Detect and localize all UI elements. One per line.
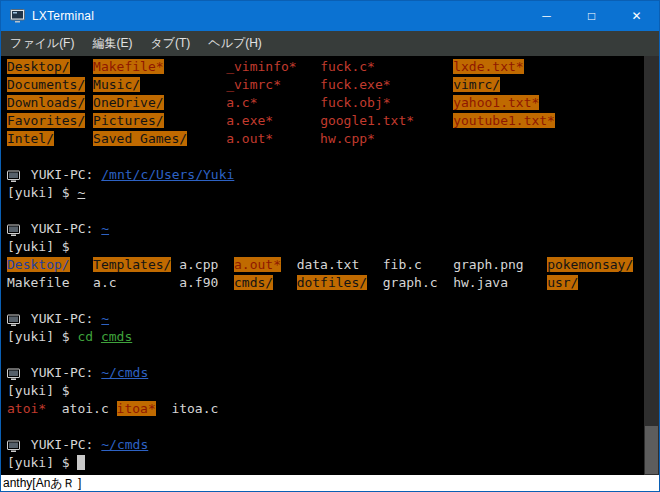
terminal-text: a.f90: [179, 275, 218, 290]
terminal-text: a.out*: [226, 131, 273, 146]
terminal-text: [281, 77, 320, 92]
terminal-text: a.c*: [226, 95, 257, 110]
terminal-text: [391, 77, 454, 92]
terminal-text: YUKI-PC:: [23, 221, 101, 236]
computer-icon: [7, 437, 23, 455]
close-button[interactable]: ✕: [614, 1, 659, 31]
window-controls: ─ □ ✕: [524, 1, 659, 31]
terminal-text: [70, 257, 93, 272]
terminal-text: OneDrive/: [93, 95, 163, 110]
terminal-line: Desktop/ Makefile* _viminfo* fuck.c* lxd…: [7, 58, 644, 76]
menu-item-file[interactable]: ファイル(F): [1, 31, 83, 56]
terminal-line: YUKI-PC: ~: [7, 310, 644, 328]
terminal-cursor: [77, 455, 85, 470]
menu-item-edit[interactable]: 編集(E): [83, 31, 141, 56]
terminal-text: [367, 275, 383, 290]
terminal-text: cmds: [101, 329, 132, 344]
ime-status-bar[interactable]: anthy[AnあＲ ]: [1, 475, 659, 491]
maximize-button[interactable]: □: [569, 1, 614, 31]
terminal-text: [359, 257, 382, 272]
computer-icon: [7, 365, 23, 383]
terminal-line: [7, 148, 644, 166]
terminal-viewport[interactable]: Desktop/ Makefile* _viminfo* fuck.c* lxd…: [1, 56, 644, 475]
terminal-text: Templates/: [93, 257, 171, 272]
terminal-text: [273, 113, 320, 128]
terminal-text: Desktop/: [7, 59, 70, 74]
terminal-text: [85, 113, 93, 128]
terminal-text: atoi.c: [62, 401, 109, 416]
terminal-text: fuck.exe*: [320, 77, 390, 92]
terminal-text: [375, 59, 453, 74]
menu-bar: ファイル(F) 編集(E) タブ(T) ヘルプ(H): [1, 31, 659, 56]
terminal-text: [yuki] $: [7, 455, 77, 470]
terminal-text: [187, 131, 226, 146]
minimize-button[interactable]: ─: [524, 1, 569, 31]
terminal-text: Favorites/: [7, 113, 85, 128]
title-bar: LXTerminal ─ □ ✕: [1, 1, 659, 31]
terminal-text: Downloads/: [7, 95, 85, 110]
terminal-text: [54, 131, 93, 146]
terminal-text: [70, 59, 93, 74]
terminal-line: [7, 202, 644, 220]
terminal-text: Desktop/: [7, 257, 70, 272]
terminal-text: vimrc/: [453, 77, 500, 92]
terminal-text: yahoo1.txt*: [453, 95, 539, 110]
menu-item-tabs[interactable]: タブ(T): [141, 31, 199, 56]
terminal-text: [273, 275, 296, 290]
terminal-text: ~/cmds: [101, 437, 148, 452]
terminal-text: youtube1.txt*: [453, 113, 555, 128]
terminal-area: Desktop/ Makefile* _viminfo* fuck.c* lxd…: [1, 56, 659, 475]
terminal-line: [yuki] $ ~: [7, 184, 644, 202]
terminal-text: dotfiles/: [297, 275, 367, 290]
scrollbar[interactable]: [644, 56, 659, 475]
terminal-line: Desktop/ Templates/ a.cpp a.out* data.tx…: [7, 256, 644, 274]
terminal-text: [258, 95, 321, 110]
terminal-text: a.out*: [234, 257, 281, 272]
terminal-text: [85, 95, 93, 110]
terminal-line: YUKI-PC: ~/cmds: [7, 364, 644, 382]
terminal-line: [yuki] $: [7, 238, 644, 256]
terminal-text: [297, 59, 320, 74]
terminal-text: [109, 401, 117, 416]
terminal-text: graph.c: [383, 275, 438, 290]
ime-status-text: anthy[AnあＲ ]: [3, 476, 81, 490]
terminal-text: [156, 401, 172, 416]
terminal-text: [yuki] $: [7, 383, 70, 398]
terminal-text: [85, 77, 93, 92]
terminal-text: [524, 257, 547, 272]
computer-icon: [7, 311, 23, 329]
terminal-line: Makefile a.c a.f90 cmds/ dotfiles/ graph…: [7, 274, 644, 292]
terminal-text: hw.java: [453, 275, 508, 290]
terminal-text: [391, 95, 454, 110]
terminal-text: itoa*: [117, 401, 156, 416]
terminal-text: ~: [101, 311, 109, 326]
terminal-text: hw.cpp*: [320, 131, 375, 146]
terminal-text: [438, 275, 454, 290]
terminal-text: [414, 113, 453, 128]
terminal-line: Intel/ Saved Games/ a.out* hw.cpp*: [7, 130, 644, 148]
terminal-line: YUKI-PC: ~/cmds: [7, 436, 644, 454]
terminal-line: YUKI-PC: /mnt/c/Users/Yuki: [7, 166, 644, 184]
terminal-text: fuck.c*: [320, 59, 375, 74]
terminal-text: _vimrc*: [226, 77, 281, 92]
terminal-line: [7, 418, 644, 436]
terminal-text: atoi*: [7, 401, 46, 416]
terminal-text: [164, 95, 227, 110]
scrollbar-thumb[interactable]: [645, 426, 658, 474]
menu-item-help[interactable]: ヘルプ(H): [199, 31, 271, 56]
terminal-text: [140, 77, 226, 92]
terminal-text: [281, 257, 297, 272]
app-icon: [10, 9, 25, 23]
window-title: LXTerminal: [32, 9, 94, 23]
terminal-text: Pictures/: [93, 113, 163, 128]
terminal-text: [273, 131, 320, 146]
terminal-line: atoi* atoi.c itoa* itoa.c: [7, 400, 644, 418]
terminal-text: cd: [77, 329, 100, 344]
computer-icon: [7, 221, 23, 239]
terminal-line: Favorites/ Pictures/ a.exe* google1.txt*…: [7, 112, 644, 130]
terminal-text: [yuki] $: [7, 329, 77, 344]
terminal-text: [422, 257, 453, 272]
terminal-text: [508, 275, 547, 290]
terminal-text: usr/: [547, 275, 578, 290]
terminal-text: pokemonsay/: [547, 257, 633, 272]
